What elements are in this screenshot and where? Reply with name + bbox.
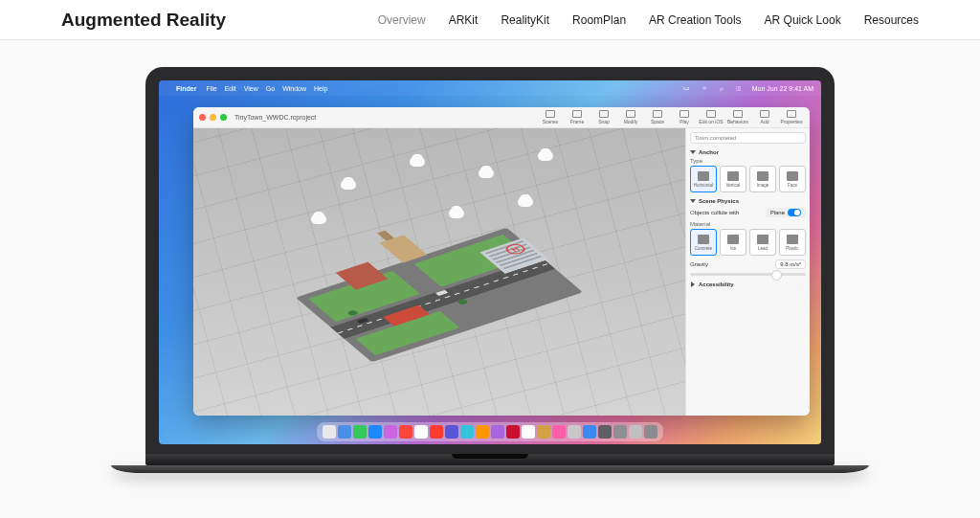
toolbar-play[interactable]: Play: [672, 110, 697, 124]
nav-link-roomplan[interactable]: RoomPlan: [572, 13, 626, 27]
toolbar-scenes[interactable]: Scenes: [538, 110, 563, 124]
reality-composer-window: TinyTown_WWDC.rcproject ScenesFrameSnapM…: [193, 107, 810, 416]
nav-links: OverviewARKitRealityKitRoomPlanAR Creati…: [378, 13, 919, 27]
section-anchor[interactable]: Anchor: [690, 149, 806, 155]
nav-link-resources[interactable]: Resources: [864, 13, 919, 27]
dock-app[interactable]: [552, 425, 566, 439]
laptop-screen: Finder FileEditViewGoWindowHelp ▭ ⌔ ⌕ �⃟…: [159, 80, 821, 444]
dock-app[interactable]: [613, 425, 627, 439]
menubar-items: FileEditViewGoWindowHelp: [206, 85, 327, 92]
close-icon[interactable]: [199, 114, 206, 121]
search-icon[interactable]: ⌕: [718, 84, 725, 92]
dock-app[interactable]: [568, 425, 581, 439]
menubar-item[interactable]: Edit: [225, 85, 236, 92]
window-toolbar: ScenesFrameSnapModifySpacePlayEdit on iO…: [538, 110, 804, 124]
zoom-icon[interactable]: [220, 114, 227, 121]
window-filename: TinyTown_WWDC.rcproject: [234, 114, 316, 121]
anchor-type-row: HorizontalVerticalImageFace: [690, 166, 806, 192]
nav-link-ar-quick-look[interactable]: AR Quick Look: [765, 13, 841, 27]
toolbar-modify[interactable]: Modify: [618, 110, 643, 124]
chevron-down-icon: [690, 150, 696, 154]
nav-link-ar-creation-tools[interactable]: AR Creation Tools: [649, 13, 742, 27]
battery-icon[interactable]: ▭: [683, 84, 691, 92]
toolbar-edit-on-ios[interactable]: Edit on iOS: [699, 110, 724, 124]
dock-app[interactable]: [476, 425, 489, 439]
menubar-app[interactable]: Finder: [176, 85, 196, 92]
material-plastic[interactable]: Plastic: [779, 229, 806, 256]
cloud: [410, 157, 425, 167]
menubar-item[interactable]: View: [244, 85, 258, 92]
dock-app[interactable]: [629, 425, 642, 439]
macos-menubar: Finder FileEditViewGoWindowHelp ▭ ⌔ ⌕ �⃟…: [159, 80, 821, 96]
nav-link-realitykit[interactable]: RealityKit: [501, 13, 549, 27]
desktop: TinyTown_WWDC.rcproject ScenesFrameSnapM…: [159, 96, 821, 419]
collide-row: Objects collide with Plane: [690, 208, 806, 217]
control-center-icon[interactable]: �⃟: [735, 84, 743, 92]
section-physics[interactable]: Scene Physics: [690, 198, 806, 204]
material-ice[interactable]: Ice: [720, 229, 746, 256]
material-lead[interactable]: Lead: [749, 229, 776, 256]
material-concrete[interactable]: Concrete: [690, 229, 717, 256]
cloud: [449, 209, 464, 218]
menubar-clock[interactable]: Mon Jun 22 9:41 AM: [752, 85, 813, 92]
dock-app[interactable]: [338, 425, 351, 439]
toolbar-snap[interactable]: Snap: [591, 110, 616, 124]
toggle-icon[interactable]: [788, 209, 801, 216]
hero-stage: Finder FileEditViewGoWindowHelp ▭ ⌔ ⌕ �⃟…: [0, 40, 980, 518]
anchor-type-vertical[interactable]: Vertical: [720, 166, 746, 192]
menubar-item[interactable]: Help: [314, 85, 327, 92]
toolbar-add[interactable]: Add: [752, 110, 777, 124]
menubar-item[interactable]: Window: [282, 85, 306, 92]
toolbar-frame[interactable]: Frame: [565, 110, 590, 124]
toolbar-behaviors[interactable]: Behaviors: [725, 110, 750, 124]
window-titlebar: TinyTown_WWDC.rcproject ScenesFrameSnapM…: [193, 107, 810, 128]
gravity-value[interactable]: 9.8 m/s²: [775, 259, 806, 269]
anchor-type-face[interactable]: Face: [779, 166, 806, 192]
anchor-type-image[interactable]: Image: [749, 166, 776, 192]
nav-link-arkit[interactable]: ARKit: [449, 13, 479, 27]
dock-app[interactable]: [598, 425, 612, 439]
dock-app[interactable]: [644, 425, 657, 439]
cloud: [311, 214, 326, 224]
cloud: [341, 180, 356, 190]
traffic-lights: [199, 114, 227, 121]
cloud: [518, 197, 533, 207]
car: [435, 290, 449, 297]
dock-app[interactable]: [384, 425, 397, 439]
menubar-item[interactable]: File: [206, 85, 216, 92]
gravity-slider[interactable]: [690, 273, 806, 276]
gravity-label: Gravity: [690, 261, 708, 267]
minimize-icon[interactable]: [210, 114, 216, 121]
menubar-item[interactable]: Go: [266, 85, 275, 92]
dock-app[interactable]: [537, 425, 550, 439]
dock-app[interactable]: [353, 425, 367, 439]
toolbar-properties[interactable]: Properties: [779, 110, 804, 124]
laptop-notch: [452, 454, 528, 459]
top-nav: Augmented Reality OverviewARKitRealityKi…: [0, 0, 980, 40]
dock-app[interactable]: [323, 425, 336, 439]
laptop: Finder FileEditViewGoWindowHelp ▭ ⌔ ⌕ �⃟…: [145, 67, 835, 473]
collide-value[interactable]: Plane: [766, 208, 806, 217]
dock-app[interactable]: [414, 425, 428, 439]
status-field[interactable]: Town completed: [690, 132, 806, 144]
laptop-lid: Finder FileEditViewGoWindowHelp ▭ ⌔ ⌕ �⃟…: [145, 67, 835, 454]
nav-link-overview[interactable]: Overview: [378, 13, 426, 27]
tree: [456, 299, 469, 305]
toolbar-space[interactable]: Space: [645, 110, 670, 124]
dock-app[interactable]: [506, 425, 520, 439]
laptop-foot: [111, 465, 869, 473]
dock-app[interactable]: [430, 425, 443, 439]
wifi-icon[interactable]: ⌔: [701, 84, 708, 92]
inspector-panel: Town completed Anchor Type HorizontalVer…: [685, 128, 810, 416]
dock-app[interactable]: [368, 425, 382, 439]
section-accessibility[interactable]: Accessibility: [690, 282, 806, 287]
anchor-type-horizontal[interactable]: Horizontal: [690, 166, 717, 192]
dock-app[interactable]: [460, 425, 474, 439]
material-label: Material: [690, 221, 806, 227]
dock-app[interactable]: [583, 425, 596, 439]
dock-app[interactable]: [399, 425, 412, 439]
dock-app[interactable]: [522, 425, 535, 439]
dock-app[interactable]: [445, 425, 458, 439]
dock-app[interactable]: [491, 425, 504, 439]
3d-viewport[interactable]: H: [193, 128, 685, 416]
